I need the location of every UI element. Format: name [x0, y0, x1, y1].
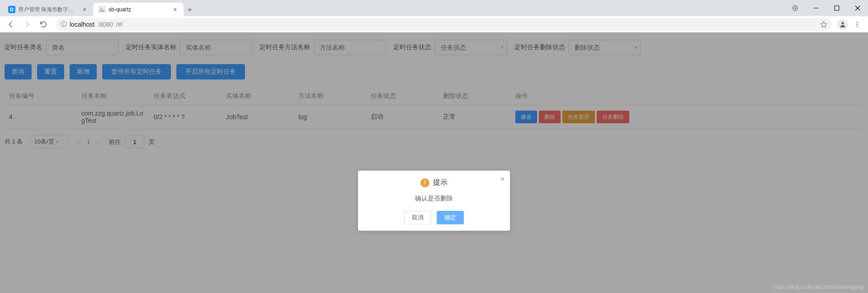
- dialog-message: 确认是否删除: [366, 187, 502, 211]
- confirm-dialog: × ! 提示 确认是否删除 取消 确定: [358, 171, 510, 231]
- watermark-text: https://blog.csdn.net/zhouzhiwengang: [773, 284, 863, 290]
- menu-icon[interactable]: [850, 17, 864, 32]
- svg-point-3: [100, 8, 102, 9]
- favicon-icon: [99, 6, 106, 13]
- confirm-button[interactable]: 确定: [437, 211, 464, 224]
- site-info-icon[interactable]: ⓘ: [61, 20, 67, 28]
- dialog-title: ! 提示: [366, 178, 502, 187]
- svg-rect-8: [835, 6, 839, 10]
- cancel-button[interactable]: 取消: [404, 211, 431, 224]
- warning-icon: !: [420, 178, 429, 187]
- url-path: /#/: [116, 21, 123, 28]
- tab-bar: D 用户管理 珠海市数字城建档案管 × sb-quartz × +: [0, 0, 868, 16]
- window-controls: [785, 0, 868, 16]
- forward-icon: [20, 17, 34, 32]
- account-menu-icon[interactable]: [785, 1, 806, 15]
- browser-tab-1[interactable]: sb-quartz ×: [93, 3, 184, 16]
- tab-title: sb-quartz: [108, 6, 169, 13]
- svg-point-13: [857, 23, 858, 24]
- svg-rect-2: [99, 6, 106, 13]
- maximize-icon[interactable]: [826, 1, 847, 15]
- url-host: localhost: [70, 21, 94, 28]
- svg-text:D: D: [10, 7, 14, 12]
- browser-chrome: D 用户管理 珠海市数字城建档案管 × sb-quartz × + ⓘ lo: [0, 0, 868, 33]
- new-tab-button[interactable]: +: [184, 4, 196, 16]
- back-icon[interactable]: [4, 17, 18, 32]
- svg-point-6: [794, 7, 796, 9]
- svg-point-12: [857, 22, 858, 23]
- minimize-icon[interactable]: [806, 1, 826, 15]
- address-bar[interactable]: ⓘ localhost:8080/#/: [56, 18, 832, 31]
- close-icon[interactable]: ×: [500, 175, 505, 183]
- url-port: :8080: [97, 21, 113, 28]
- browser-tab-0[interactable]: D 用户管理 珠海市数字城建档案管 ×: [3, 3, 93, 16]
- modal-overlay[interactable]: × ! 提示 确认是否删除 取消 确定: [0, 33, 868, 293]
- browser-toolbar: ⓘ localhost:8080/#/: [0, 16, 868, 33]
- window-close-icon[interactable]: [847, 1, 868, 15]
- svg-rect-4: [100, 10, 104, 12]
- reload-icon[interactable]: [36, 17, 51, 32]
- svg-point-11: [841, 22, 844, 24]
- bookmark-icon[interactable]: [820, 21, 827, 28]
- profile-avatar-icon[interactable]: [837, 19, 848, 30]
- close-icon[interactable]: ×: [172, 6, 178, 13]
- svg-point-14: [857, 26, 858, 27]
- tab-title: 用户管理 珠海市数字城建档案管: [18, 6, 79, 14]
- close-icon[interactable]: ×: [81, 6, 88, 13]
- favicon-icon: D: [8, 6, 15, 13]
